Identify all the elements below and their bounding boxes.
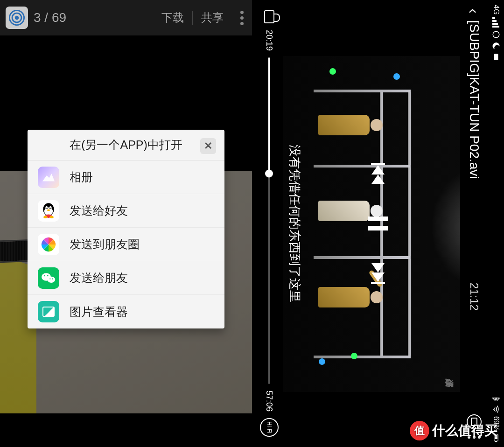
progress-bar[interactable] [269, 57, 270, 384]
time-total: 57:06 [265, 391, 274, 412]
progress-fill [269, 57, 270, 174]
popup-item-album[interactable]: 相册 [28, 161, 224, 194]
badge-text: 什么值得买 [432, 422, 497, 440]
status-bar: 4G 69% [488, 0, 504, 447]
smzdm-watermark: 值 什么值得买 [410, 421, 497, 440]
moments-icon [38, 234, 59, 255]
signal-icon [493, 17, 500, 28]
hifi-button[interactable]: Hi-Fi [260, 418, 279, 437]
close-icon[interactable]: ✕ [200, 138, 216, 154]
side-watermark: 本作品仅供试 [283, 377, 460, 388]
moon-icon [492, 42, 500, 50]
time-current: 20:19 [265, 30, 274, 51]
network-label: 4G [492, 5, 500, 14]
svg-point-20 [493, 409, 494, 410]
popup-item-viewer[interactable]: 图片查看器 [28, 295, 224, 328]
open-with-popup: 在(另一个APP)中打开 ✕ 相册 发送给好友 [28, 130, 224, 328]
subtitle-text: 没有凭借任何的东西到了这里 [287, 0, 303, 447]
bottom-controls: 20:19 57:06 Hi-Fi [252, 0, 287, 447]
back-icon[interactable]: ‹ [466, 8, 482, 14]
svg-point-14 [44, 275, 45, 276]
svg-point-13 [48, 276, 56, 282]
svg-point-18 [493, 32, 499, 38]
svg-point-10 [43, 216, 47, 218]
left-screenshot: 3 / 69 下载 共享 在(另一个APP)中打开 ✕ 相册 发送给好友 [0, 0, 252, 447]
wechat-icon [38, 267, 59, 289]
popup-header: 在(另一个APP)中打开 ✕ [28, 130, 224, 161]
video-player-landscape: 4G 69% ‹ [SUBPIG]KAT-TUN P02.avi 21:12 [252, 0, 504, 447]
app-icon[interactable] [6, 7, 28, 29]
lock-icon[interactable] [264, 10, 274, 23]
qq-icon [38, 200, 59, 222]
svg-point-16 [49, 278, 50, 279]
svg-point-9 [47, 209, 50, 210]
wifi-icon [492, 405, 500, 413]
download-button[interactable]: 下载 [153, 10, 192, 25]
album-icon [38, 167, 59, 188]
svg-rect-19 [494, 54, 498, 61]
left-topbar: 3 / 69 下载 共享 [0, 0, 252, 35]
popup-item-qq[interactable]: 发送给好友 [28, 194, 224, 228]
svg-rect-23 [495, 441, 497, 442]
right-screenshot: 4G 69% ‹ [SUBPIG]KAT-TUN P02.avi 21:12 [252, 0, 504, 447]
stage-scene [304, 90, 411, 358]
image-counter: 3 / 69 [34, 10, 66, 25]
next-button[interactable] [371, 263, 385, 284]
popup-item-label: 相册 [70, 169, 93, 185]
svg-point-15 [47, 275, 49, 276]
more-icon[interactable] [240, 11, 244, 25]
prev-button[interactable] [371, 163, 385, 184]
popup-item-moments[interactable]: 发送到朋友圈 [28, 228, 224, 261]
svg-point-11 [50, 216, 54, 218]
popup-item-label: 发送给朋友 [70, 270, 128, 286]
popup-item-label: 发送给好友 [70, 203, 128, 218]
popup-title: 在(另一个APP)中打开 [70, 137, 182, 153]
video-title: [SUBPIG]KAT-TUN P02.avi [467, 20, 482, 179]
svg-point-4 [44, 207, 53, 215]
popup-item-wechat[interactable]: 发送给朋友 [28, 261, 224, 295]
svg-point-17 [52, 278, 53, 279]
popup-item-label: 发送到朋友圈 [70, 237, 140, 252]
player-titlebar: ‹ [SUBPIG]KAT-TUN P02.avi 21:12 [460, 0, 488, 447]
pause-button[interactable] [368, 217, 388, 230]
progress-knob[interactable] [266, 170, 273, 178]
share-button[interactable]: 共享 [193, 10, 232, 25]
card-icon [492, 53, 500, 61]
svg-point-7 [46, 207, 48, 209]
center-controls [368, 163, 388, 284]
bluetooth-icon [492, 394, 500, 402]
svg-point-2 [15, 16, 19, 20]
badge-icon: 值 [410, 421, 429, 440]
popup-item-label: 图片查看器 [70, 304, 128, 320]
svg-point-8 [49, 207, 51, 209]
status-icon [492, 30, 500, 39]
image-viewer-icon [38, 301, 59, 322]
center-time: 21:12 [468, 283, 481, 311]
